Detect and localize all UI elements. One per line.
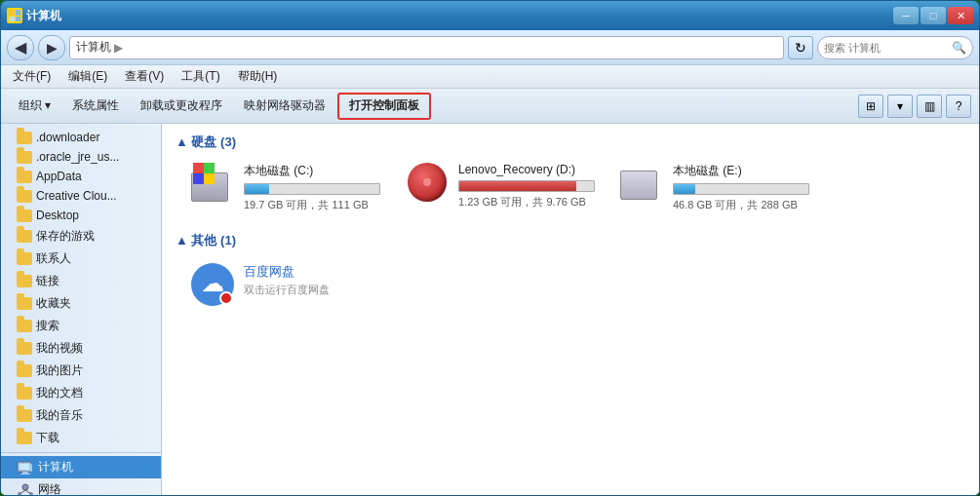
sidebar-item-label: 搜索 [36,318,59,334]
sidebar-item-label: 我的视频 [36,340,83,357]
hard-disk-section-header: ▲ 硬盘 (3) [176,134,965,151]
sidebar-item-appdata[interactable]: AppData [1,167,161,186]
sidebar-item-label: 计算机 [38,459,73,476]
view-dropdown[interactable]: ▾ [887,95,913,118]
folder-icon [17,364,32,377]
folder-icon [17,320,32,332]
breadcrumb[interactable]: 计算机 ▶ [69,36,784,59]
drive-e-icon [620,163,663,202]
close-button[interactable]: ✕ [948,7,973,24]
menu-edit[interactable]: 编辑(E) [60,66,115,87]
sidebar-item-oracle[interactable]: .oracle_jre_us... [1,147,161,167]
toolbar: 组织 ▾ 系统属性 卸载或更改程序 映射网络驱动器 打开控制面板 ⊞ ▾ ▥ ? [1,89,979,124]
toolbar-organize[interactable]: 组织 ▾ [9,93,60,120]
hard-disk-header-text: ▲ 硬盘 (3) [176,134,236,151]
menu-bar: 文件(F) 编辑(E) 查看(V) 工具(T) 帮助(H) [1,65,979,89]
sidebar-item-label: Creative Clou... [36,189,117,203]
svg-rect-16 [193,173,204,184]
svg-rect-5 [20,464,29,470]
sidebar-item-videos[interactable]: 我的视频 [1,337,161,360]
baidu-netdisk-item[interactable]: ☁ 百度网盘 双击运行百度网盘 [176,257,371,312]
svg-rect-7 [20,474,30,475]
svg-point-9 [22,484,28,490]
toolbar-map-drive[interactable]: 映射网络驱动器 [234,93,335,120]
drive-e-name: 本地磁盘 (E:) [673,163,809,179]
svg-rect-1 [9,17,15,21]
drive-e[interactable]: 本地磁盘 (E:) 46.8 GB 可用，共 288 GB [616,159,811,216]
folder-icon [17,252,32,265]
folder-icon [17,132,32,144]
sidebar-item-label: 联系人 [36,250,71,267]
content-area: ▲ 硬盘 (3) [162,124,979,496]
minimize-button[interactable]: ─ [893,7,919,24]
menu-view[interactable]: 查看(V) [117,66,172,87]
back-button[interactable]: ◀ [7,35,34,60]
title-bar-left: 计算机 [7,8,61,24]
drive-c-size: 19.7 GB 可用，共 111 GB [244,198,380,212]
drive-d[interactable]: Lenovo_Recovery (D:) 1.23 GB 可用，共 9.76 G… [402,159,597,216]
menu-help[interactable]: 帮助(H) [230,66,286,87]
view-toggle-btn[interactable]: ⊞ [858,95,883,118]
sidebar-item-downloads[interactable]: 下载 [1,427,161,449]
sidebar-item-documents[interactable]: 我的文档 [1,382,161,404]
drive-d-info: Lenovo_Recovery (D:) 1.23 GB 可用，共 9.76 G… [458,163,595,210]
folder-icon [17,387,32,400]
sidebar-item-label: 网络 [38,481,61,496]
sidebar-item-label: AppData [36,170,82,183]
svg-line-13 [25,490,31,494]
folder-icon [17,432,32,444]
sidebar-item-search[interactable]: 搜索 [1,315,161,337]
toolbar-system-properties[interactable]: 系统属性 [62,93,129,120]
baidu-name: 百度网盘 [244,263,330,281]
menu-file[interactable]: 文件(F) [5,66,59,87]
svg-rect-6 [22,472,28,474]
menu-tools[interactable]: 工具(T) [174,66,227,87]
sidebar-item-creative-cloud[interactable]: Creative Clou... [1,186,161,206]
search-input[interactable] [824,42,948,54]
network-icon [17,483,34,497]
toolbar-open-control-panel[interactable]: 打开控制面板 [337,93,431,120]
drives-grid: 本地磁盘 (C:) 19.7 GB 可用，共 111 GB [176,159,965,216]
forward-button[interactable]: ▶ [38,35,65,60]
sidebar-item-label: .downloader [36,131,99,144]
svg-rect-2 [16,10,20,16]
sidebar-item-saved-games[interactable]: 保存的游戏 [1,225,161,248]
computer-icon [17,461,34,475]
svg-rect-0 [9,10,15,16]
svg-rect-17 [204,173,215,184]
folder-icon [17,151,32,164]
sidebar-item-contacts[interactable]: 联系人 [1,248,161,270]
sidebar-item-links[interactable]: 链接 [1,270,161,292]
sidebar-item-pictures[interactable]: 我的图片 [1,360,161,382]
search-bar: 🔍 [817,36,973,59]
help-button[interactable]: ? [946,95,971,118]
other-header-text: ▲ 其他 (1) [176,232,236,249]
sidebar-item-network[interactable]: 网络 [1,478,161,496]
title-text: 计算机 [26,8,61,24]
search-icon[interactable]: 🔍 [952,41,966,55]
drive-e-bar-container [673,183,809,195]
folder-icon [17,171,32,183]
svg-rect-14 [193,163,204,173]
sidebar-item-computer[interactable]: 计算机 [1,456,161,478]
refresh-button[interactable]: ↻ [788,36,813,59]
preview-pane-btn[interactable]: ▥ [917,95,942,118]
maximize-button[interactable]: □ [921,7,946,24]
window-icon [7,8,22,23]
svg-rect-15 [204,163,215,173]
drive-d-size: 1.23 GB 可用，共 9.76 GB [458,195,595,210]
sidebar-item-label: 我的文档 [36,385,83,401]
drive-c[interactable]: 本地磁盘 (C:) 19.7 GB 可用，共 111 GB [187,159,382,216]
toolbar-right: ⊞ ▾ ▥ ? [858,95,971,118]
window: 计算机 ─ □ ✕ ◀ ▶ 计算机 ▶ ↻ 🔍 文件(F) 编辑(E) 查看(V… [0,0,980,496]
title-bar: 计算机 ─ □ ✕ [1,1,979,30]
baidu-info: 百度网盘 双击运行百度网盘 [244,263,330,297]
folder-icon [17,409,32,422]
sidebar-item-downloader[interactable]: .downloader [1,128,161,147]
folder-icon [17,275,32,287]
sidebar-item-favorites[interactable]: 收藏夹 [1,292,161,315]
sidebar-item-music[interactable]: 我的音乐 [1,404,161,427]
sidebar-item-desktop[interactable]: Desktop [1,206,161,225]
toolbar-uninstall[interactable]: 卸载或更改程序 [131,93,232,120]
sidebar-item-label: .oracle_jre_us... [36,150,119,164]
